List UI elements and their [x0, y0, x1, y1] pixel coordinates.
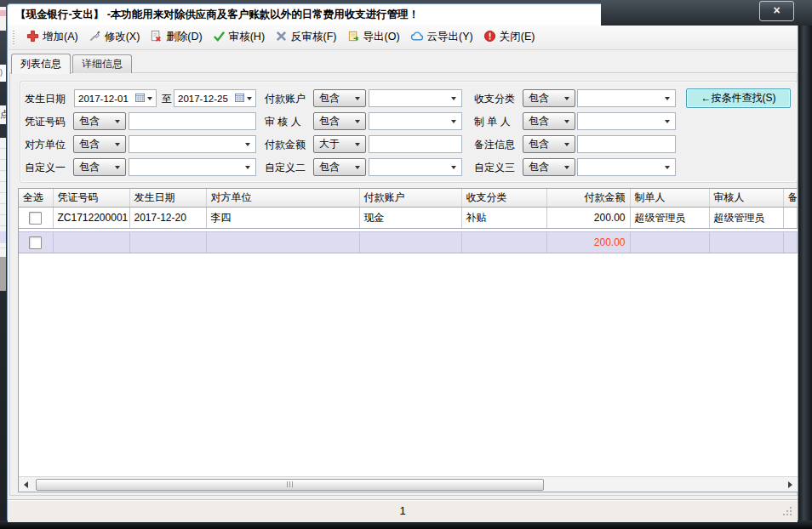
- table-header-row: 全选 凭证号码 发生日期 对方单位 付款账户 收支分类 付款金额 制单人 审核人…: [19, 189, 798, 208]
- edit-button[interactable]: 修改(X): [83, 27, 146, 48]
- chevron-down-icon: [147, 97, 152, 100]
- edit-icon: [89, 30, 101, 45]
- custom2-label: 自定义二: [265, 161, 306, 175]
- col-date: 发生日期: [129, 189, 206, 208]
- page-indicator: 1: [8, 504, 798, 517]
- export-icon: [347, 30, 360, 45]
- status-bar: 1: [8, 499, 798, 522]
- resize-grip[interactable]: [790, 507, 792, 509]
- add-icon: [26, 30, 39, 45]
- date-from-input[interactable]: 2017-12-01: [74, 89, 157, 107]
- background-window-fragment: ): [0, 65, 6, 82]
- summary-amount: 200.00: [546, 232, 630, 253]
- custom1-operator-select[interactable]: 包含: [73, 158, 126, 176]
- unaudit-button[interactable]: 反审核(F): [270, 27, 341, 48]
- custom2-combo[interactable]: [369, 158, 462, 176]
- col-pay-account: 付款账户: [359, 189, 461, 208]
- occur-date-label: 发生日期: [25, 92, 66, 106]
- chevron-down-icon: [451, 97, 456, 100]
- col-auditor: 审核人: [709, 189, 783, 208]
- chevron-down-icon: [245, 166, 250, 169]
- custom3-label: 自定义三: [474, 161, 515, 175]
- audit-button[interactable]: 审核(H): [208, 27, 270, 48]
- chevron-down-icon: [665, 97, 670, 100]
- custom1-combo[interactable]: [129, 158, 256, 176]
- creator-operator-select[interactable]: 包含: [523, 112, 575, 130]
- chevron-down-icon: [451, 166, 456, 169]
- delete-icon: [150, 30, 163, 45]
- col-category: 收支分类: [461, 189, 546, 208]
- scrollbar-thumb[interactable]: [36, 479, 544, 491]
- chevron-down-icon: [665, 166, 670, 169]
- category-label: 收支分类: [474, 92, 515, 106]
- window-frame-right: [798, 0, 812, 529]
- col-remark: 备: [783, 189, 798, 208]
- tab-detail-info[interactable]: 详细信息: [72, 54, 132, 73]
- counterparty-combo[interactable]: [129, 135, 256, 153]
- auditor-operator-select[interactable]: 包含: [313, 112, 366, 130]
- background-window-fragment: [0, 231, 6, 243]
- parent-titlebar: ×: [601, 0, 812, 26]
- pay-account-operator-select[interactable]: 包含: [313, 89, 366, 107]
- col-amount: 付款金额: [546, 189, 630, 208]
- remark-label: 备注信息: [474, 138, 515, 152]
- row-checkbox[interactable]: [29, 212, 42, 225]
- export-button[interactable]: 导出(O): [342, 27, 405, 48]
- records-table: 全选 凭证号码 发生日期 对方单位 付款账户 收支分类 付款金额 制单人 审核人…: [18, 188, 798, 492]
- background-window-fragment: [0, 257, 6, 291]
- custom3-operator-select[interactable]: 包含: [523, 158, 575, 176]
- chevron-down-icon: [564, 120, 569, 123]
- table-row[interactable]: ZC1712200001 2017-12-20 李四 现金 补贴 200.00 …: [19, 208, 798, 229]
- summary-row: 200.00: [19, 232, 798, 253]
- calendar-icon: [135, 93, 145, 104]
- chevron-down-icon: [245, 143, 250, 146]
- left-triangle-icon: [24, 481, 28, 488]
- add-button[interactable]: 增加(A): [21, 27, 83, 48]
- creator-label: 制 单 人: [474, 115, 511, 129]
- tab-bar: 列表信息 详细信息: [11, 54, 134, 73]
- custom3-combo[interactable]: [577, 158, 676, 176]
- pay-account-label: 付款账户: [265, 92, 306, 106]
- tab-list-info[interactable]: 列表信息: [11, 54, 71, 74]
- close-window-button[interactable]: 关闭(E): [478, 27, 540, 48]
- chevron-down-icon: [564, 97, 569, 100]
- voucher-no-input[interactable]: [129, 112, 256, 130]
- amount-label: 付款金额: [265, 138, 306, 152]
- cash-bank-expense-window: 【现金银行-支出】 -本功能用来对除供应商及客户账款以外的日常费用收支进行管理！…: [7, 3, 798, 520]
- close-button[interactable]: ×: [759, 1, 794, 21]
- horizontal-scrollbar[interactable]: [19, 476, 798, 492]
- delete-button[interactable]: 删除(D): [145, 27, 207, 48]
- category-combo[interactable]: [577, 89, 676, 107]
- chevron-down-icon: [564, 143, 569, 146]
- counterparty-operator-select[interactable]: 包含: [73, 135, 126, 153]
- auditor-combo[interactable]: [369, 112, 462, 130]
- amount-input[interactable]: [369, 135, 462, 153]
- summary-checkbox[interactable]: [29, 236, 42, 249]
- chevron-down-icon: [115, 120, 120, 123]
- counterparty-label: 对方单位: [25, 138, 66, 152]
- creator-combo[interactable]: [577, 112, 676, 130]
- cloud-export-button[interactable]: 云导出(Y): [405, 27, 478, 48]
- col-voucher-no: 凭证号码: [53, 189, 129, 208]
- remark-operator-select[interactable]: 包含: [523, 135, 575, 153]
- custom2-operator-select[interactable]: 包含: [313, 158, 366, 176]
- amount-operator-select[interactable]: 大于: [313, 135, 366, 153]
- toolbar: 增加(A) 修改(X) 删除(D) 审核(H) 反审核(F) 导出(O) 云导出…: [9, 25, 797, 50]
- col-select-all[interactable]: 全选: [19, 189, 53, 208]
- scroll-left-arrow[interactable]: [20, 478, 32, 491]
- chevron-down-icon: [115, 143, 120, 146]
- calendar-icon: [235, 93, 244, 104]
- col-counterparty: 对方单位: [206, 189, 359, 208]
- background-window-fragment: 点: [0, 105, 6, 124]
- toolbar-grip: [13, 31, 14, 44]
- voucher-no-operator-select[interactable]: 包含: [73, 112, 126, 130]
- remark-input[interactable]: [577, 135, 676, 153]
- date-to-input[interactable]: 2017-12-25: [174, 89, 256, 107]
- category-operator-select[interactable]: 包含: [523, 89, 575, 107]
- search-by-condition-button[interactable]: ←按条件查找(S): [686, 88, 791, 108]
- pay-account-combo[interactable]: [369, 89, 462, 107]
- right-triangle-icon: [788, 481, 792, 488]
- chevron-down-icon: [115, 166, 120, 169]
- scrollbar-grip: [287, 481, 294, 487]
- scroll-right-arrow[interactable]: [784, 478, 797, 491]
